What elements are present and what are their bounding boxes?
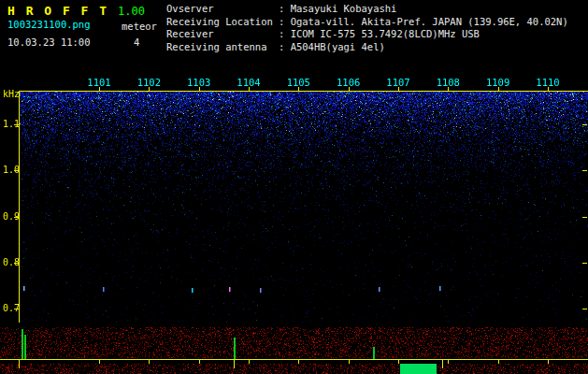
freq-tick-mark (14, 124, 19, 125)
time-tick-mark (548, 87, 549, 92)
info-row: Receiving antenna: A504HB(yagi 4el) (166, 41, 568, 54)
info-row-label: Receiver (166, 28, 279, 41)
time-tick-mark (298, 87, 299, 92)
time-tick-mark (99, 87, 100, 92)
freq-tick-mark-right (582, 124, 587, 125)
hrofft-window: H R O F F T 1.00 1003231100.png meteor 1… (0, 0, 588, 374)
datetime-label: 10.03.23 11:00 (7, 36, 91, 48)
time-tick-mark (448, 87, 449, 92)
freq-tick-mark (14, 309, 19, 309)
mode-label: meteor (122, 21, 157, 32)
signal-level-strip-canvas (0, 325, 588, 374)
freq-tick-label: 0.9 (3, 211, 20, 222)
time-tick-mark (349, 87, 350, 92)
info-row-value: : A504HB(yagi 4el) (279, 41, 385, 52)
info-row: Ovserver: Masayuki Kobayashi (166, 3, 568, 16)
time-tick-mark (498, 87, 499, 92)
spectrogram-canvas (19, 91, 588, 323)
time-axis-line (19, 91, 588, 92)
time-tick-mark (149, 87, 150, 92)
info-row-value: : Ogata-vill. Akita-Pref. JAPAN (139.96E… (279, 16, 568, 27)
freq-tick-mark-right (582, 309, 587, 309)
info-block: Ovserver: Masayuki KobayashiReceiving Lo… (166, 3, 568, 53)
meteor-count: 4 (134, 36, 139, 48)
info-row-value: : ICOM IC-575 53.7492(8LCD)MHz USB (279, 28, 480, 39)
info-row-value: : Masayuki Kobayashi (279, 3, 396, 14)
freq-tick-mark-right (582, 170, 587, 171)
frequency-axis-unit: kHz (3, 89, 20, 99)
info-row-label: Receiving Location (166, 16, 279, 29)
time-tick-mark (199, 87, 200, 92)
freq-tick-mark-right (582, 263, 587, 264)
freq-tick-mark (14, 170, 19, 171)
app-version: 1.00 (118, 5, 145, 18)
time-tick-mark (398, 87, 399, 92)
info-row-label: Ovserver (166, 3, 279, 16)
info-row-label: Receiving antenna (166, 41, 279, 54)
time-tick-mark (249, 87, 250, 92)
freq-tick-mark (14, 217, 19, 218)
output-filename: 1003231100.png (7, 19, 91, 30)
info-row: Receiving Location: Ogata-vill. Akita-Pr… (166, 16, 568, 29)
freq-tick-mark (14, 263, 19, 264)
freq-tick-mark-right (582, 217, 587, 218)
info-row: Receiver: ICOM IC-575 53.7492(8LCD)MHz U… (166, 28, 568, 41)
app-title: H R O F F T (7, 4, 108, 18)
